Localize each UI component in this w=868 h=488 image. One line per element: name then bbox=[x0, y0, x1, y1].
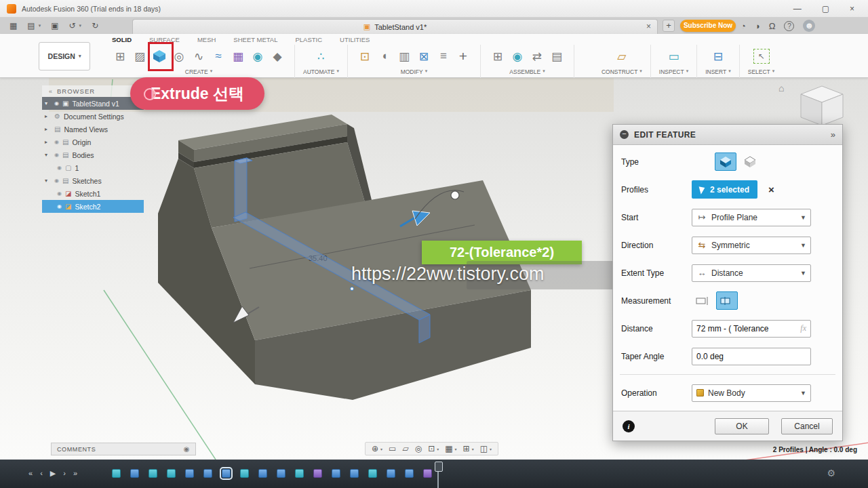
close-button[interactable]: × bbox=[850, 4, 854, 14]
help-icon[interactable]: ? bbox=[784, 21, 794, 31]
maximize-button[interactable]: ▢ bbox=[822, 4, 829, 14]
assemble-component-icon[interactable]: ⊞ bbox=[489, 47, 507, 65]
move-copy-icon[interactable]: + bbox=[454, 47, 472, 65]
type-extrude-button[interactable] bbox=[715, 152, 736, 171]
timeline-feature-icon-current[interactable] bbox=[222, 469, 231, 478]
file-menu-caret-icon[interactable]: ▾ bbox=[39, 23, 41, 28]
timeline-feature-icon[interactable] bbox=[149, 469, 157, 478]
browser-item-root[interactable]: ▾ ◉ ▣ TabletStand v1 bbox=[42, 97, 144, 110]
job-status-icon[interactable]: ◔ bbox=[741, 21, 746, 31]
info-icon[interactable]: i bbox=[623, 420, 635, 432]
profiles-selected-chip[interactable]: 2 selected bbox=[692, 180, 757, 199]
document-tab[interactable]: ▣ TabletStand v1* × bbox=[132, 19, 658, 34]
tab-utilities[interactable]: UTILITIES bbox=[340, 36, 370, 43]
timeline-feature-icon[interactable] bbox=[387, 469, 395, 478]
timeline-feature-icon[interactable] bbox=[405, 469, 414, 478]
comments-bar[interactable]: COMMENTS ◉ bbox=[51, 443, 196, 455]
grid-snap-icon[interactable]: ⊞ bbox=[463, 444, 470, 453]
collapse-panel-icon[interactable]: « bbox=[49, 88, 53, 95]
expand-icon[interactable]: ▾ bbox=[45, 100, 51, 106]
as-built-joint-icon[interactable]: ⇄ bbox=[528, 47, 546, 65]
timeline-feature-icon[interactable] bbox=[295, 469, 304, 478]
primitive-box-icon[interactable]: ◆ bbox=[269, 47, 286, 65]
expand-icon[interactable]: ▸ bbox=[45, 126, 51, 132]
extent-type-select[interactable]: ↔ Distance ▼ bbox=[692, 264, 811, 282]
close-tab-icon[interactable]: × bbox=[646, 22, 651, 31]
select-menu[interactable]: SELECT▾ bbox=[748, 68, 775, 75]
visibility-eye-icon[interactable]: ◉ bbox=[57, 190, 62, 197]
app-grid-icon[interactable]: ▦ bbox=[9, 21, 17, 30]
assemble-menu[interactable]: ASSEMBLE▾ bbox=[509, 68, 545, 75]
timeline-step-back-button[interactable]: ‹ bbox=[40, 468, 43, 478]
measure-icon[interactable]: ▭ bbox=[665, 47, 683, 65]
minimize-button[interactable]: — bbox=[793, 4, 802, 14]
timeline-feature-icon[interactable] bbox=[112, 469, 121, 478]
workspace-selector[interactable]: DESIGN▾ bbox=[39, 42, 90, 70]
orbit-icon[interactable]: ⊕ bbox=[372, 444, 378, 453]
press-pull-icon[interactable]: ⊡ bbox=[356, 47, 374, 65]
construct-menu[interactable]: CONSTRUCT▾ bbox=[601, 68, 642, 75]
timeline-feature-icon[interactable] bbox=[423, 469, 432, 478]
timeline-feature-icon[interactable] bbox=[185, 469, 194, 478]
timeline-play-button[interactable]: ▶ bbox=[50, 468, 56, 478]
operation-select[interactable]: New Body ▼ bbox=[692, 384, 811, 402]
dialog-dock-icon[interactable]: » bbox=[831, 129, 835, 140]
offset-face-icon[interactable]: ≡ bbox=[435, 47, 452, 65]
timeline-feature-icon[interactable] bbox=[332, 469, 340, 478]
sweep-icon[interactable]: ∿ bbox=[190, 47, 208, 65]
measurement-half-length-button[interactable] bbox=[716, 291, 738, 310]
joint-icon[interactable]: ◉ bbox=[509, 47, 526, 65]
taper-angle-input[interactable]: 0.0 deg bbox=[692, 348, 811, 365]
tab-solid[interactable]: SOLID bbox=[112, 36, 132, 43]
timeline-position-marker[interactable] bbox=[437, 462, 439, 488]
timeline-feature-icon[interactable] bbox=[313, 469, 322, 478]
timeline-go-end-button[interactable]: » bbox=[73, 468, 77, 478]
rigid-group-icon[interactable]: ▤ bbox=[548, 47, 566, 65]
timeline-feature-icon[interactable] bbox=[203, 469, 212, 478]
cancel-button[interactable]: Cancel bbox=[781, 418, 833, 434]
construction-plane-icon[interactable]: ▱ bbox=[613, 47, 631, 65]
browser-item-bodies[interactable]: ▾ ◉ ▤ Bodies bbox=[42, 148, 164, 161]
create-sketch-icon[interactable]: ▨ bbox=[131, 47, 149, 65]
subscribe-button[interactable]: Subscribe Now bbox=[680, 20, 736, 32]
pan-icon[interactable]: ▱ bbox=[402, 444, 408, 453]
expand-icon[interactable]: ▾ bbox=[45, 152, 51, 158]
dialog-grip-icon[interactable]: − bbox=[620, 130, 629, 139]
fillet-icon[interactable]: ◖ bbox=[376, 47, 393, 65]
timeline-feature-icon[interactable] bbox=[350, 469, 359, 478]
type-thin-extrude-button[interactable] bbox=[739, 152, 761, 171]
insert-icon[interactable]: ⊟ bbox=[709, 47, 727, 65]
visibility-eye-icon[interactable]: ◉ bbox=[54, 152, 59, 158]
new-tab-button[interactable]: + bbox=[663, 20, 675, 32]
undo-icon[interactable]: ↺ bbox=[69, 21, 76, 30]
view-cube[interactable]: ⌂ bbox=[778, 83, 843, 125]
clear-selection-icon[interactable]: × bbox=[768, 184, 774, 195]
viewport[interactable]: 35.40 ⌂ bbox=[0, 78, 868, 460]
automate-menu[interactable]: AUTOMATE▾ bbox=[303, 68, 339, 75]
create-menu[interactable]: CREATE▾ bbox=[185, 68, 212, 75]
browser-item-sketch1[interactable]: ◉ ◪ Sketch1 bbox=[42, 187, 164, 200]
extensions-icon[interactable]: ◑ bbox=[755, 21, 760, 31]
browser-item-sketch2[interactable]: ◉ ◪ Sketch2 bbox=[42, 200, 144, 213]
combine-icon[interactable]: ⊠ bbox=[415, 47, 433, 65]
dialog-header[interactable]: − EDIT FEATURE » bbox=[613, 125, 842, 145]
start-select[interactable]: ↦ Profile Plane ▼ bbox=[692, 209, 811, 226]
display-settings-icon[interactable]: ▦ bbox=[445, 444, 452, 453]
look-at-icon[interactable]: ▭ bbox=[389, 444, 396, 453]
automate-icon[interactable]: ∴ bbox=[312, 47, 330, 65]
timeline-feature-icon[interactable] bbox=[277, 469, 285, 478]
timeline-go-start-button[interactable]: « bbox=[28, 468, 33, 478]
browser-item-named-views[interactable]: ▸ ▤ Named Views bbox=[42, 123, 164, 136]
pattern-icon[interactable]: ▦ bbox=[229, 47, 247, 65]
browser-item-document-settings[interactable]: ▸ ⚙ Document Settings bbox=[42, 110, 164, 123]
browser-item-body1[interactable]: ◉ ▢ 1 bbox=[42, 161, 164, 174]
timeline-feature-icon[interactable] bbox=[258, 469, 267, 478]
notifications-bell-icon[interactable]: Ω bbox=[769, 21, 776, 31]
timeline-feature-icon[interactable] bbox=[130, 469, 139, 478]
tab-sheet-metal[interactable]: SHEET METAL bbox=[233, 36, 277, 43]
timeline-feature-icon[interactable] bbox=[167, 469, 176, 478]
file-menu-icon[interactable]: ▤ bbox=[27, 21, 35, 30]
tab-plastic[interactable]: PLASTIC bbox=[295, 36, 322, 43]
distance-input[interactable]: 72 mm - ( Tolerance fx bbox=[692, 320, 811, 338]
shell-icon[interactable]: ▥ bbox=[395, 47, 413, 65]
